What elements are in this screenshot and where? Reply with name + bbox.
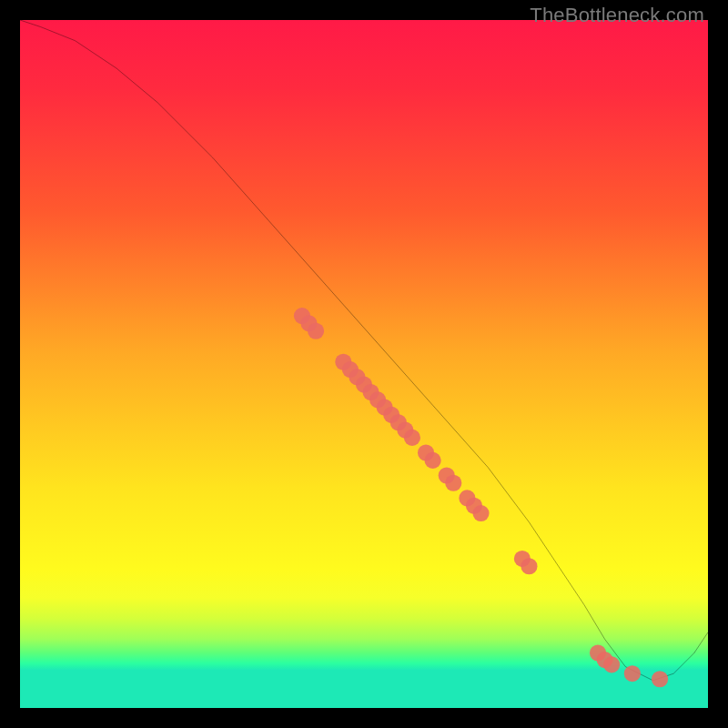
scatter-dots <box>294 308 668 687</box>
data-point <box>603 656 620 672</box>
chart-frame: TheBottleneck.com <box>0 0 728 728</box>
data-point <box>472 505 489 521</box>
data-point <box>404 430 420 446</box>
data-point <box>425 452 441 469</box>
watermark-text: TheBottleneck.com <box>530 4 704 27</box>
data-point <box>521 558 537 574</box>
data-point <box>308 323 324 339</box>
data-point <box>445 475 461 491</box>
curve-layer <box>20 20 708 708</box>
plot-area <box>20 20 708 708</box>
data-point <box>624 665 641 682</box>
data-point <box>652 671 668 687</box>
bottleneck-curve <box>20 20 708 681</box>
